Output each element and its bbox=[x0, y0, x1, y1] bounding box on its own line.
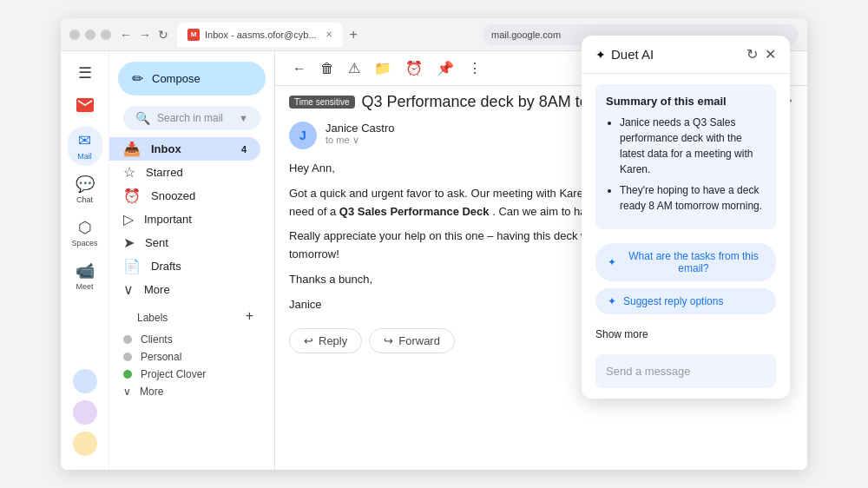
nav-item-more[interactable]: ∨ More bbox=[109, 278, 260, 301]
drafts-icon: 📄 bbox=[123, 258, 141, 274]
chip-reply-button[interactable]: ✦ Suggest reply options bbox=[595, 288, 776, 314]
gmail-tab[interactable]: M Inbox - aasms.ofor@cyb... ✕ bbox=[177, 23, 343, 47]
duet-header: ✦ Duet AI ↻ ✕ bbox=[582, 36, 790, 74]
label-dot-project-clover bbox=[123, 370, 132, 379]
search-icon: 🔍 bbox=[135, 111, 150, 125]
nav-item-sent[interactable]: ➤ Sent bbox=[109, 231, 260, 254]
duet-title: Duet AI bbox=[611, 47, 654, 62]
search-bar[interactable]: 🔍 Search in mail ▼ bbox=[123, 106, 260, 130]
label-personal[interactable]: Personal bbox=[109, 348, 274, 366]
browser-window: ← → ↻ M Inbox - aasms.ofor@cyb... ✕ + ma… bbox=[61, 18, 807, 470]
label-project-clover[interactable]: Project Clover bbox=[109, 366, 274, 383]
more-nav-label: More bbox=[144, 283, 170, 296]
chip-spark-2: ✦ bbox=[608, 295, 616, 307]
sender-avatar: J bbox=[289, 122, 317, 149]
email-summary-card: Summary of this email Janice needs a Q3 … bbox=[595, 84, 776, 229]
inbox-label: Inbox bbox=[151, 142, 181, 155]
suggestion-chips: ✦ What are the tasks from this email? ✦ … bbox=[595, 243, 776, 314]
chip-tasks-label: What are the tasks from this email? bbox=[623, 250, 764, 274]
sidebar-item-meet[interactable]: 📹 Meet bbox=[68, 256, 102, 296]
search-dropdown-icon[interactable]: ▼ bbox=[239, 113, 248, 123]
show-more-label: Show more bbox=[595, 328, 648, 340]
toolbar-spam-icon[interactable]: ⚠ bbox=[345, 56, 364, 80]
duet-header-icons: ↻ ✕ bbox=[746, 46, 776, 63]
search-input[interactable]: Search in mail bbox=[157, 112, 232, 124]
label-dot-personal bbox=[123, 353, 132, 361]
time-sensitive-badge: Time sensitive bbox=[289, 96, 355, 109]
contact-avatar-2[interactable] bbox=[73, 400, 97, 425]
toolbar-folder-icon[interactable]: 📁 bbox=[371, 56, 395, 80]
toolbar-archive-icon[interactable]: 🗑 bbox=[317, 57, 338, 80]
important-label: Important bbox=[144, 213, 192, 226]
nav-item-important[interactable]: ▷ Important bbox=[109, 208, 260, 231]
labels-section-header: Labels + bbox=[109, 301, 274, 331]
toolbar-back-icon[interactable]: ← bbox=[289, 57, 310, 80]
add-label-button[interactable]: + bbox=[246, 308, 260, 324]
reply-icon: ↩ bbox=[304, 334, 313, 347]
chat-icon: 💬 bbox=[76, 175, 95, 194]
contact-avatar-1[interactable] bbox=[73, 369, 97, 393]
chip-spark-1: ✦ bbox=[608, 256, 616, 268]
more-labels-label: More bbox=[140, 386, 163, 398]
summary-point-2: They're hoping to have a deck ready 8 AM… bbox=[620, 182, 766, 214]
mail-label: Mail bbox=[77, 152, 92, 161]
sidebar-icon-menu[interactable]: ☰ bbox=[68, 58, 102, 88]
browser-min-dot bbox=[85, 30, 95, 40]
message-placeholder: Send a message bbox=[606, 365, 691, 378]
compose-icon: ✏ bbox=[132, 70, 143, 87]
message-input[interactable]: Send a message bbox=[595, 354, 776, 388]
label-clients[interactable]: Clients bbox=[109, 331, 274, 348]
new-tab-button[interactable]: + bbox=[346, 27, 361, 43]
toolbar-task-icon[interactable]: 📌 bbox=[433, 56, 457, 80]
sidebar-avatars bbox=[73, 369, 97, 463]
menu-icon: ☰ bbox=[78, 63, 92, 82]
contact-avatar-3[interactable] bbox=[73, 432, 97, 456]
refresh-icon[interactable]: ↻ bbox=[156, 26, 170, 43]
nav-item-drafts[interactable]: 📄 Drafts bbox=[109, 254, 260, 278]
gmail-favicon: M bbox=[187, 29, 200, 41]
browser-max-dot bbox=[101, 30, 111, 40]
compose-label: Compose bbox=[152, 72, 201, 85]
nav-item-starred[interactable]: ☆ Starred bbox=[109, 161, 260, 184]
duet-close-icon[interactable]: ✕ bbox=[765, 46, 776, 63]
forward-button[interactable]: ↪ Forward bbox=[369, 328, 455, 353]
toolbar-more-icon[interactable]: ⋮ bbox=[464, 56, 485, 80]
label-dot-clients bbox=[123, 335, 132, 344]
forward-label: Forward bbox=[398, 334, 440, 347]
browser-close-dot bbox=[69, 30, 80, 40]
more-labels-icon: ∨ bbox=[123, 386, 131, 398]
toolbar-snooze-icon[interactable]: ⏰ bbox=[402, 56, 426, 80]
reply-button[interactable]: ↩ Reply bbox=[289, 328, 362, 353]
sent-label: Sent bbox=[145, 236, 168, 249]
chat-label: Chat bbox=[76, 195, 93, 204]
email-body-bold1: Q3 Sales Performance Deck bbox=[339, 205, 490, 218]
compose-button[interactable]: ✏ Compose bbox=[118, 62, 266, 96]
duet-refresh-icon[interactable]: ↻ bbox=[746, 46, 758, 63]
nav-item-inbox[interactable]: 📥 Inbox 4 bbox=[109, 137, 260, 161]
sidebar-item-chat[interactable]: 💬 Chat bbox=[68, 169, 102, 209]
gmail-logo bbox=[61, 91, 109, 122]
sent-icon: ➤ bbox=[123, 234, 135, 251]
back-icon[interactable]: ← bbox=[118, 26, 134, 43]
show-more-button[interactable]: Show more bbox=[595, 325, 776, 344]
sidebar-item-mail[interactable]: ✉ Mail bbox=[68, 126, 102, 166]
nav-item-snoozed[interactable]: ⏰ Snoozed bbox=[109, 184, 260, 208]
chip-tasks-button[interactable]: ✦ What are the tasks from this email? bbox=[595, 243, 776, 281]
forward-icon[interactable]: → bbox=[137, 26, 153, 43]
important-icon: ▷ bbox=[123, 211, 134, 228]
address-text: mail.google.com bbox=[491, 30, 561, 40]
tab-bar: M Inbox - aasms.ofor@cyb... ✕ + bbox=[177, 23, 476, 47]
sidebar-icon-rail: ☰ ✉ Mail 💬 Chat ⬡ Spaces 📹 bbox=[61, 51, 109, 470]
starred-label: Starred bbox=[146, 166, 183, 179]
tab-close-icon[interactable]: ✕ bbox=[326, 30, 332, 39]
snoozed-icon: ⏰ bbox=[123, 188, 141, 204]
label-more[interactable]: ∨ More bbox=[109, 383, 274, 400]
tab-label: Inbox - aasms.ofor@cyb... bbox=[205, 30, 317, 40]
sidebar-item-spaces[interactable]: ⬡ Spaces bbox=[68, 213, 102, 253]
summary-list: Janice needs a Q3 Sales performance deck… bbox=[606, 115, 766, 214]
forward-icon: ↪ bbox=[384, 334, 393, 347]
summary-title: Summary of this email bbox=[606, 95, 766, 108]
summary-point-1: Janice needs a Q3 Sales performance deck… bbox=[620, 115, 766, 177]
inbox-icon: 📥 bbox=[123, 141, 141, 157]
reply-label: Reply bbox=[319, 334, 347, 347]
